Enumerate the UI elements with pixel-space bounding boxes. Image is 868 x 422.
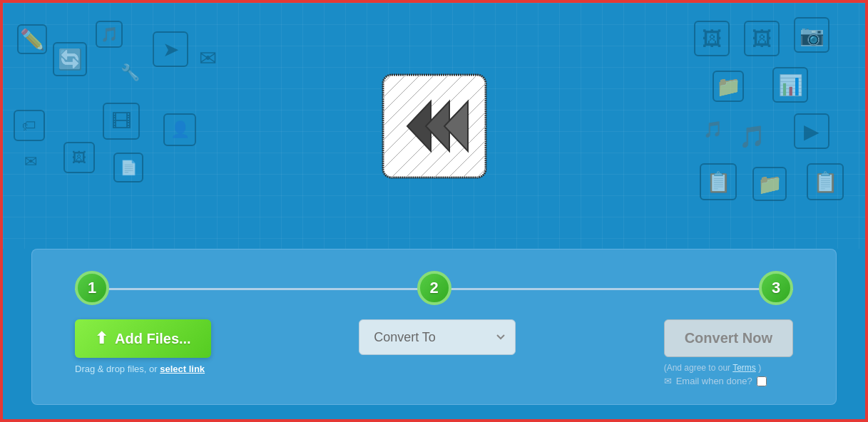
add-files-group: ⬆ Add Files... Drag & drop files, or sel…: [75, 319, 211, 374]
sketch-play-icon: ▶: [794, 113, 829, 149]
convert-to-group: Convert To MP4 MP3 AVI JPG PDF: [359, 319, 516, 355]
sketch-copy-icon: 📋: [700, 163, 737, 200]
drag-drop-text: Drag & drop files, or select link: [75, 364, 205, 374]
sketch-image3-icon: 📷: [794, 17, 829, 53]
actions-row: ⬆ Add Files... Drag & drop files, or sel…: [75, 319, 793, 386]
sketch-film-icon: 🎞: [103, 103, 140, 140]
step-2-circle: 2: [417, 271, 451, 305]
add-files-label: Add Files...: [115, 331, 191, 347]
sketch-send-icon: ➤: [153, 31, 188, 67]
terms-link[interactable]: Terms: [732, 363, 756, 373]
upload-icon: ⬆: [95, 329, 108, 348]
sketch-wrench-icon: 🔧: [121, 63, 140, 82]
convert-now-group: Convert Now (And agree to our Terms ) ✉ …: [664, 319, 793, 386]
sketch-music2-icon: 🎵: [739, 124, 765, 149]
sketch-refresh-icon: 🔄: [53, 42, 87, 76]
sketch-pencil-icon: ✏️: [17, 24, 47, 54]
bg-section: ✏️ 🔄 🎵 🔧 ➤ ✉ 🏷 🎞 👤 ✉ 🖼 📄 🖼 🖼 📷 📁 📊 🎵 🎵 ▶…: [3, 3, 865, 249]
sketch-person-icon: 👤: [163, 113, 196, 146]
select-link[interactable]: select link: [160, 364, 205, 374]
sketch-folder-icon: 📁: [713, 71, 744, 102]
sketch-tag-icon: 🏷: [14, 110, 45, 141]
sketch-image-r-icon: 🖼: [694, 21, 730, 56]
step-3-circle: 3: [759, 271, 793, 305]
sketch-file-icon: 📄: [113, 153, 143, 182]
add-files-button[interactable]: ⬆ Add Files...: [75, 319, 211, 358]
sketch-copy2-icon: 📋: [807, 163, 844, 200]
sketch-image-icon: 🖼: [63, 142, 95, 173]
sketch-envelope-icon: ✉: [24, 153, 37, 171]
sketch-mail-icon: ✉: [199, 46, 217, 71]
sketch-pie-icon: 📊: [772, 67, 808, 103]
steps-row: 1 2 3: [75, 271, 793, 305]
email-checkbox[interactable]: [757, 376, 767, 386]
app-container: ✏️ 🔄 🎵 🔧 ➤ ✉ 🏷 🎞 👤 ✉ 🖼 📄 🖼 🖼 📷 📁 📊 🎵 🎵 ▶…: [3, 3, 865, 419]
sketch-image2-icon: 🖼: [744, 21, 780, 56]
convert-to-select[interactable]: Convert To MP4 MP3 AVI JPG PDF: [359, 319, 516, 355]
sketch-music-icon: 🎵: [96, 21, 123, 48]
email-label: Email when done?: [676, 376, 752, 386]
terms-text: (And agree to our Terms ): [664, 363, 762, 373]
email-icon: ✉: [664, 376, 672, 386]
sketch-folder2-icon: 📁: [752, 167, 787, 201]
sketch-note-icon: 🎵: [703, 120, 723, 139]
email-row: ✉ Email when done?: [664, 376, 767, 386]
app-logo: [377, 69, 491, 183]
bottom-panel: 1 2 3 ⬆ Add Files... Drag & drop files, …: [31, 249, 837, 405]
step-1-circle: 1: [75, 271, 109, 305]
convert-now-button[interactable]: Convert Now: [664, 319, 793, 357]
